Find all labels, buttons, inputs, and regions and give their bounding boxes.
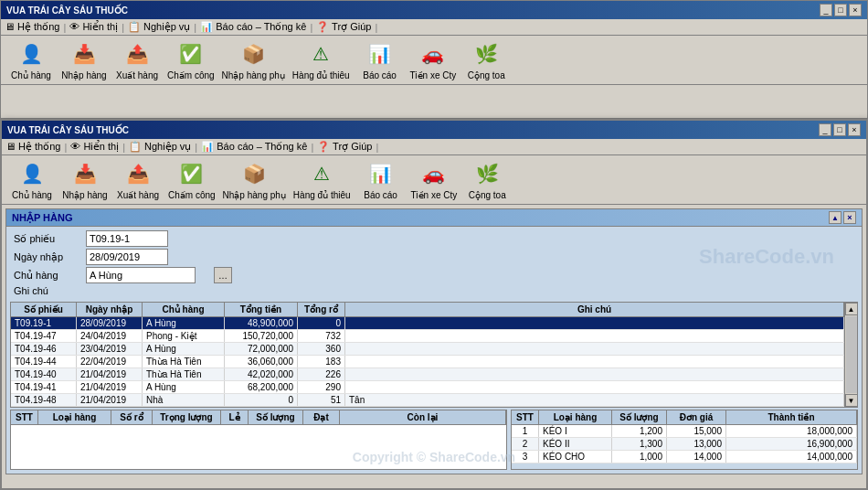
- main-cham-cong-icon: ✅: [177, 159, 206, 188]
- th-tong-tien: Tổng tiền: [225, 303, 298, 316]
- bottom-right-header: STT Loại hàng Số lượng Đơn giá Thành tiề…: [512, 410, 857, 425]
- main-toolbar-hang-du-thieu[interactable]: ⚠ Hàng đủ thiêu: [293, 159, 351, 200]
- bg-toolbar-hang-du-thieu[interactable]: ⚠ Hàng đủ thiêu: [292, 39, 350, 80]
- main-toolbar-nhap-hang[interactable]: 📥 Nhập hàng: [62, 159, 108, 200]
- xuat-hang-icon: 📤: [122, 39, 152, 69]
- main-nhap-hang-phu-label: Nhập hàng phụ: [223, 190, 286, 200]
- th-ghi-chu: Ghi chú: [345, 303, 844, 316]
- bg-toolbar-xuat-hang[interactable]: 📤 Xuất hàng: [114, 39, 160, 80]
- cong-toa-label: Cộng toa: [468, 70, 505, 80]
- bg-toolbar-bao-cao[interactable]: 📊 Báo cáo: [357, 39, 403, 80]
- main-bao-cao-icon: 📊: [366, 159, 396, 188]
- background-window: VUA TRÁI CÂY SÁU THUỐC _ □ × 🖥 Hệ thống …: [0, 0, 868, 119]
- main-menu-help[interactable]: ❓ Trợ Giúp: [317, 141, 372, 153]
- main-menu-system[interactable]: 🖥 Hệ thống: [5, 141, 60, 153]
- bg-toolbar-cong-toa[interactable]: 🌿 Cộng toa: [463, 39, 509, 80]
- bg-menu-report[interactable]: 📊 Báo cáo – Thống kê: [200, 21, 306, 33]
- cham-cong-icon: ✅: [176, 39, 206, 69]
- main-menubar: 🖥 Hệ thống | 👁 Hiển thị | 📋 Nghiệp vụ | …: [2, 139, 866, 155]
- top-table-row[interactable]: T04.19-44 22/04/2019 Thừa Hà Tiên 36,060…: [11, 356, 844, 368]
- bg-maximize-btn[interactable]: □: [834, 4, 847, 16]
- so-phieu-label: Số phiếu: [14, 233, 82, 245]
- nhap-hang-phu-icon: 📦: [238, 39, 268, 69]
- top-table-row[interactable]: T04.19-41 21/04/2019 A Hùng 68,200,000 2…: [11, 381, 844, 394]
- nhap-hang-panel-title: NHẬP HÀNG ▲ ×: [6, 209, 862, 227]
- main-window: VUA TRÁI CÂY SÁU THUỐC _ □ × 🖥 Hệ thống …: [0, 119, 868, 490]
- bottom-left-header: STT Loại hàng Số rổ Trọng lượng Lẻ Số lư…: [11, 410, 506, 425]
- chu-hang-ellipsis-btn[interactable]: …: [214, 267, 232, 283]
- main-toolbar-cong-toa[interactable]: 🌿 Cộng toa: [464, 159, 510, 200]
- bg-menu-system[interactable]: 🖥 Hệ thống: [5, 21, 59, 33]
- ngay-nhap-label: Ngày nhập: [14, 251, 82, 263]
- bg-menu-business[interactable]: 📋 Nghiệp vụ: [128, 21, 190, 33]
- main-toolbar-nhap-hang-phu[interactable]: 📦 Nhập hàng phụ: [223, 159, 286, 200]
- bao-cao-icon: 📊: [365, 39, 395, 69]
- chu-hang-icon: 👤: [16, 39, 46, 69]
- main-nhap-hang-phu-icon: 📦: [239, 159, 269, 188]
- bg-close-btn[interactable]: ×: [849, 4, 862, 16]
- top-table-row[interactable]: T09.19-1 28/09/2019 A Hùng 48,900,000 0: [11, 317, 844, 330]
- th-chu-hang: Chủ hàng: [143, 303, 225, 316]
- bg-toolbar: 👤 Chủ hàng 📥 Nhập hàng 📤 Xuất hàng ✅ Chấ…: [1, 36, 867, 85]
- main-window-controls: _ □ ×: [819, 123, 861, 136]
- panel-pin-btn[interactable]: ▲: [829, 211, 842, 224]
- main-hang-du-thieu-label: Hàng đủ thiêu: [293, 190, 351, 200]
- bg-menu-help[interactable]: ❓ Trợ Giúp: [316, 21, 371, 33]
- scroll-up-btn[interactable]: ▲: [845, 303, 858, 315]
- bg-toolbar-nhap-hang[interactable]: 📥 Nhập hàng: [61, 39, 107, 80]
- bg-menu-display[interactable]: 👁 Hiển thị: [69, 21, 118, 33]
- main-cong-toa-icon: 🌿: [472, 159, 502, 188]
- bg-toolbar-cham-cong[interactable]: ✅ Chấm công: [167, 39, 215, 80]
- bg-toolbar-chu-hang[interactable]: 👤 Chủ hàng: [8, 39, 54, 80]
- nhap-hang-icon: 📥: [69, 39, 99, 69]
- th-ngay-nhap: Ngày nhập: [77, 303, 143, 316]
- main-toolbar-cham-cong[interactable]: ✅ Chấm công: [168, 159, 216, 200]
- main-menu-report[interactable]: 📊 Báo cáo – Thống kê: [201, 141, 307, 153]
- bottom-right-row[interactable]: 2 KÉO II 1,300 13,000 16,900,000: [512, 438, 857, 451]
- main-close-btn[interactable]: ×: [848, 123, 861, 136]
- main-tien-xe-cty-label: Tiền xe Cty: [411, 190, 458, 200]
- main-menu-business[interactable]: 📋 Nghiệp vụ: [129, 141, 191, 153]
- tien-xe-cty-icon: 🚗: [418, 39, 448, 69]
- bottom-right-row[interactable]: 1 KÉO I 1,200 15,000 18,000,000: [512, 425, 857, 438]
- so-phieu-input[interactable]: [86, 230, 168, 247]
- bottom-section: STT Loại hàng Số rổ Trọng lượng Lẻ Số lư…: [10, 410, 858, 470]
- main-minimize-btn[interactable]: _: [819, 123, 831, 136]
- top-table-row[interactable]: T04.19-47 24/04/2019 Phong - Kiệt 150,72…: [11, 330, 844, 343]
- main-toolbar-bao-cao[interactable]: 📊 Báo cáo: [358, 159, 404, 200]
- main-maximize-btn[interactable]: □: [833, 123, 846, 136]
- cong-toa-icon: 🌿: [471, 39, 501, 69]
- cham-cong-label: Chấm công: [167, 70, 215, 80]
- main-titlebar: VUA TRÁI CÂY SÁU THUỐC _ □ ×: [2, 121, 866, 139]
- top-table-row[interactable]: T04.19-48 21/04/2019 Nhà 0 51 Tân: [11, 394, 844, 407]
- top-table-row[interactable]: T04.19-46 23/04/2019 A Hùng 72,000,000 3…: [11, 343, 844, 356]
- main-toolbar-xuat-hang[interactable]: 📤 Xuất hàng: [115, 159, 161, 200]
- scroll-thumb[interactable]: [846, 316, 857, 393]
- top-table-scrollbar[interactable]: ▲ ▼: [844, 303, 857, 407]
- main-menu-display[interactable]: 👁 Hiển thị: [70, 141, 119, 153]
- main-nhap-hang-icon: 📥: [70, 159, 100, 188]
- main-chu-hang-icon: 👤: [17, 159, 47, 188]
- nhap-hang-phu-label: Nhập hàng phụ: [222, 70, 285, 80]
- main-toolbar-tien-xe-cty[interactable]: 🚗 Tiền xe Cty: [411, 159, 458, 200]
- panel-close-btn[interactable]: ×: [843, 211, 856, 224]
- main-toolbar: 👤 Chủ hàng 📥 Nhập hàng 📤 Xuất hàng ✅ Chấ…: [2, 155, 866, 205]
- bao-cao-label: Báo cáo: [363, 70, 397, 80]
- th-tong-ro: Tổng rổ: [298, 303, 345, 316]
- top-table-row[interactable]: T04.19-40 21/04/2019 Thừa Hà Tiên 42,020…: [11, 368, 844, 381]
- bottom-right-row[interactable]: 3 KÉO CHO 1,000 14,000 14,000,000: [512, 451, 857, 463]
- hang-du-thieu-label: Hàng đủ thiêu: [292, 70, 350, 80]
- main-tien-xe-cty-icon: 🚗: [419, 159, 449, 188]
- main-cong-toa-label: Cộng toa: [469, 190, 506, 200]
- bg-menubar: 🖥 Hệ thống | 👁 Hiển thị | 📋 Nghiệp vụ | …: [1, 19, 867, 36]
- main-nhap-hang-label: Nhập hàng: [62, 190, 107, 200]
- bg-toolbar-nhap-hang-phu[interactable]: 📦 Nhập hàng phụ: [222, 39, 285, 80]
- ngay-nhap-input[interactable]: [86, 249, 168, 265]
- nhap-hang-panel: NHẬP HÀNG ▲ × Số phiếu Ngày nhập: [5, 208, 863, 474]
- bg-toolbar-tien-xe-cty[interactable]: 🚗 Tiền xe Cty: [410, 39, 457, 80]
- main-toolbar-chu-hang[interactable]: 👤 Chủ hàng: [9, 159, 55, 200]
- bottom-right-table: STT Loại hàng Số lượng Đơn giá Thành tiề…: [511, 410, 858, 470]
- chu-hang-input[interactable]: [86, 267, 196, 283]
- scroll-down-btn[interactable]: ▼: [845, 394, 858, 407]
- bg-minimize-btn[interactable]: _: [820, 4, 832, 16]
